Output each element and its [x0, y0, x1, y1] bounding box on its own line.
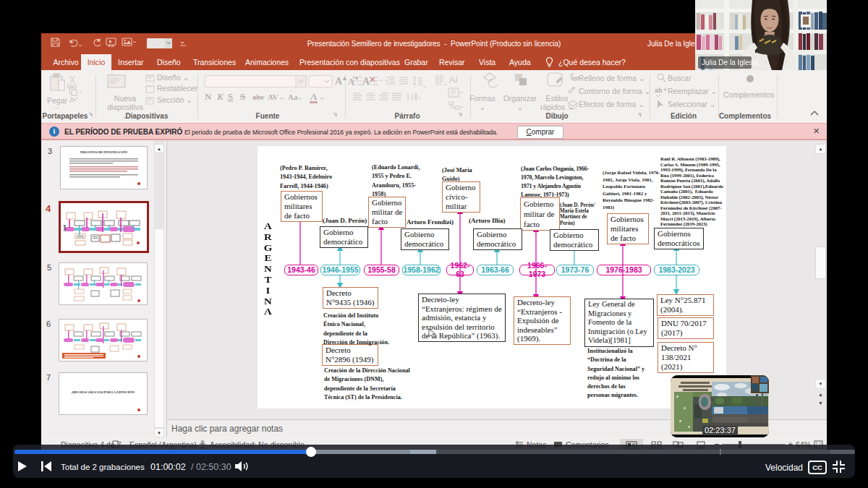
svg-text:S: S [228, 91, 233, 102]
svg-text:abc: abc [252, 93, 265, 101]
svg-text:K: K [216, 91, 224, 102]
svg-text:Aa: Aa [288, 93, 298, 101]
svg-text:ab: ab [655, 87, 663, 94]
svg-text:S: S [240, 91, 245, 102]
svg-text:Julia De la Iglesia: Julia De la Iglesia [702, 59, 759, 67]
svg-text:N: N [205, 91, 212, 102]
svg-text:▲: ▲ [341, 74, 348, 82]
svg-text:A: A [310, 91, 318, 102]
svg-text:ARG: ARG [63, 225, 67, 231]
svg-text:AV: AV [268, 93, 278, 101]
